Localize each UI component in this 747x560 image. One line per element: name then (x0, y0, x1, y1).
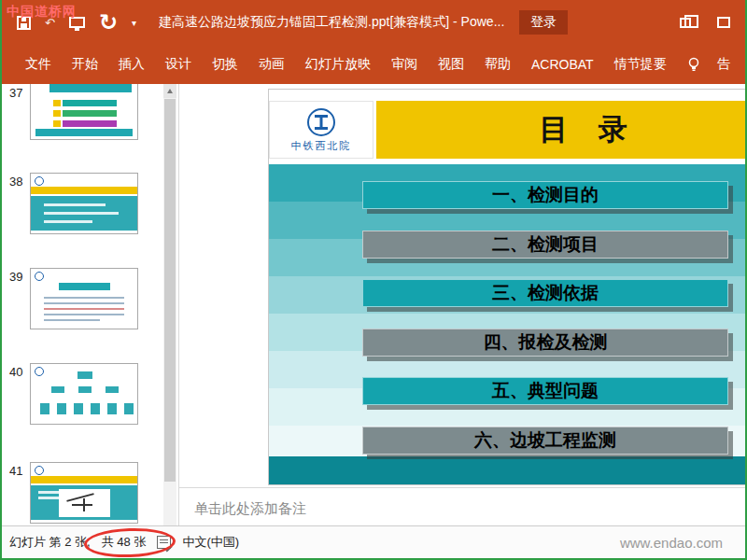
tab-file[interactable]: 文件 (15, 45, 62, 84)
titlebar: ↶ ↻ ▾ 建高速公路边坡预应力锚固工程检测.ppt[兼容模式] - Powe.… (2, 0, 745, 45)
tab-transitions[interactable]: 切换 (202, 45, 248, 84)
language-label[interactable]: 中文(中国) (182, 534, 239, 551)
thumbnail-number: 37 (9, 86, 22, 100)
tab-help[interactable]: 帮助 (474, 45, 521, 84)
tab-design[interactable]: 设计 (155, 45, 202, 84)
slide-position-label: 幻灯片 第 2 张, (9, 534, 91, 551)
thumbnail-slide-41[interactable] (30, 462, 138, 524)
ribbon-tab-row: 文件 开始 插入 设计 切换 动画 幻灯片放映 审阅 视图 帮助 ACROBAT… (2, 45, 745, 84)
login-button[interactable]: 登录 (519, 10, 568, 35)
toc-item-4[interactable]: 四、报检及检测 (362, 329, 728, 357)
ribbon-display-options-icon[interactable] (717, 17, 730, 28)
slide-editor-area: 中铁西北院 目 录 一、检测目的 二、检测项目 三、检测依据 四、报检及检测 五… (179, 84, 745, 525)
main-content: 37 38 39 (2, 84, 745, 525)
thumbnail-slide-37[interactable] (30, 84, 138, 140)
title-banner[interactable]: 目 录 (376, 101, 745, 159)
slide-bottom-band (269, 456, 745, 484)
thumbnail-slide-38[interactable] (30, 173, 138, 234)
thumbnail-number: 39 (9, 270, 22, 284)
thumbnail-number: 38 (9, 175, 22, 189)
thumbnail-number: 40 (9, 365, 22, 379)
current-slide-canvas[interactable]: 中铁西北院 目 录 一、检测目的 二、检测项目 三、检测依据 四、报检及检测 五… (268, 89, 745, 485)
logo-icon (305, 106, 337, 138)
thumbnail-preview (49, 84, 132, 92)
scroll-up-icon[interactable] (163, 84, 176, 98)
tab-animations[interactable]: 动画 (248, 45, 295, 84)
restore-window-icon[interactable] (680, 18, 691, 28)
powerpoint-window: 中国道桥网 ↶ ↻ ▾ 建高速公路边坡预应力锚固工程检测.ppt[兼容模式] -… (0, 0, 747, 560)
toc-item-6[interactable]: 六、边坡工程监测 (362, 427, 728, 455)
tell-me-label[interactable]: 告 (707, 45, 740, 84)
slide-total-label: 共 48 张 (102, 534, 147, 551)
notes-pane[interactable]: 单击此处添加备注 (179, 487, 745, 525)
redo-icon[interactable]: ↻ (99, 11, 118, 34)
tab-insert[interactable]: 插入 (108, 45, 155, 84)
slide-title: 目 录 (528, 110, 639, 149)
thumbnail-slide-39[interactable] (30, 268, 138, 329)
tab-acrobat[interactable]: ACROBAT (521, 45, 604, 84)
thumbnail-scrollbar[interactable] (163, 84, 176, 525)
thumbnail-number: 41 (9, 464, 22, 478)
proofing-icon[interactable] (157, 536, 171, 549)
slide-thumbnail-panel: 37 38 39 (2, 84, 179, 525)
thumbnail-slide-40[interactable] (30, 363, 138, 425)
window-controls (680, 17, 745, 28)
logo-caption: 中铁西北院 (291, 139, 352, 153)
toc-item-5[interactable]: 五、典型问题 (362, 377, 728, 405)
tab-home[interactable]: 开始 (62, 45, 108, 84)
slide-header: 中铁西北院 目 录 (269, 101, 745, 159)
scrollbar-thumb[interactable] (164, 99, 176, 482)
qat-customize-icon[interactable]: ▾ (132, 18, 136, 28)
watermark-top: 中国道桥网 (7, 4, 77, 21)
notes-placeholder: 单击此处添加备注 (194, 500, 745, 518)
window-title: 建高速公路边坡预应力锚固工程检测.ppt[兼容模式] - Powe... (159, 14, 504, 31)
toc-item-3[interactable]: 三、检测依据 (362, 279, 728, 307)
tab-storyboarding[interactable]: 情节提要 (604, 45, 677, 84)
company-logo: 中铁西北院 (269, 101, 374, 159)
tab-view[interactable]: 视图 (428, 45, 474, 84)
tell-me-lightbulb-icon (686, 57, 701, 72)
watermark-bottom: www.endao.com (620, 535, 723, 551)
toc-item-1[interactable]: 一、检测目的 (362, 181, 728, 209)
toc-item-2[interactable]: 二、检测项目 (362, 231, 728, 259)
tab-slideshow[interactable]: 幻灯片放映 (295, 45, 381, 84)
tab-review[interactable]: 审阅 (381, 45, 428, 84)
